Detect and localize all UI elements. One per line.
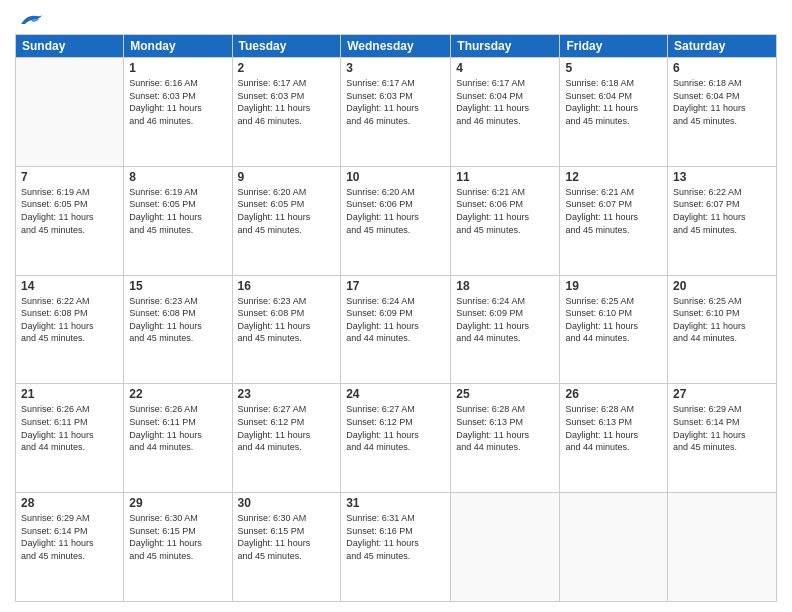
day-info: Sunrise: 6:17 AM Sunset: 6:03 PM Dayligh… bbox=[346, 77, 445, 127]
day-number: 30 bbox=[238, 496, 336, 510]
day-info: Sunrise: 6:19 AM Sunset: 6:05 PM Dayligh… bbox=[129, 186, 226, 236]
calendar-week-row: 1Sunrise: 6:16 AM Sunset: 6:03 PM Daylig… bbox=[16, 58, 777, 167]
day-number: 1 bbox=[129, 61, 226, 75]
logo bbox=[15, 10, 45, 26]
header bbox=[15, 10, 777, 26]
day-number: 20 bbox=[673, 279, 771, 293]
day-number: 12 bbox=[565, 170, 662, 184]
day-header-friday: Friday bbox=[560, 35, 668, 58]
day-number: 28 bbox=[21, 496, 118, 510]
day-number: 3 bbox=[346, 61, 445, 75]
calendar-cell: 29Sunrise: 6:30 AM Sunset: 6:15 PM Dayli… bbox=[124, 493, 232, 602]
day-info: Sunrise: 6:22 AM Sunset: 6:08 PM Dayligh… bbox=[21, 295, 118, 345]
calendar-cell bbox=[16, 58, 124, 167]
calendar-cell bbox=[451, 493, 560, 602]
calendar-cell: 9Sunrise: 6:20 AM Sunset: 6:05 PM Daylig… bbox=[232, 166, 341, 275]
day-info: Sunrise: 6:23 AM Sunset: 6:08 PM Dayligh… bbox=[238, 295, 336, 345]
day-info: Sunrise: 6:18 AM Sunset: 6:04 PM Dayligh… bbox=[673, 77, 771, 127]
day-header-tuesday: Tuesday bbox=[232, 35, 341, 58]
calendar-cell: 23Sunrise: 6:27 AM Sunset: 6:12 PM Dayli… bbox=[232, 384, 341, 493]
day-number: 14 bbox=[21, 279, 118, 293]
calendar-cell: 5Sunrise: 6:18 AM Sunset: 6:04 PM Daylig… bbox=[560, 58, 668, 167]
calendar-page: SundayMondayTuesdayWednesdayThursdayFrid… bbox=[0, 0, 792, 612]
day-info: Sunrise: 6:22 AM Sunset: 6:07 PM Dayligh… bbox=[673, 186, 771, 236]
day-info: Sunrise: 6:29 AM Sunset: 6:14 PM Dayligh… bbox=[21, 512, 118, 562]
calendar-week-row: 7Sunrise: 6:19 AM Sunset: 6:05 PM Daylig… bbox=[16, 166, 777, 275]
day-info: Sunrise: 6:20 AM Sunset: 6:06 PM Dayligh… bbox=[346, 186, 445, 236]
day-number: 18 bbox=[456, 279, 554, 293]
day-info: Sunrise: 6:30 AM Sunset: 6:15 PM Dayligh… bbox=[129, 512, 226, 562]
day-info: Sunrise: 6:30 AM Sunset: 6:15 PM Dayligh… bbox=[238, 512, 336, 562]
day-number: 4 bbox=[456, 61, 554, 75]
calendar-cell: 13Sunrise: 6:22 AM Sunset: 6:07 PM Dayli… bbox=[668, 166, 777, 275]
day-number: 24 bbox=[346, 387, 445, 401]
calendar-cell: 18Sunrise: 6:24 AM Sunset: 6:09 PM Dayli… bbox=[451, 275, 560, 384]
calendar-cell bbox=[668, 493, 777, 602]
day-header-wednesday: Wednesday bbox=[341, 35, 451, 58]
calendar-cell: 4Sunrise: 6:17 AM Sunset: 6:04 PM Daylig… bbox=[451, 58, 560, 167]
day-number: 31 bbox=[346, 496, 445, 510]
day-info: Sunrise: 6:28 AM Sunset: 6:13 PM Dayligh… bbox=[565, 403, 662, 453]
calendar-cell: 25Sunrise: 6:28 AM Sunset: 6:13 PM Dayli… bbox=[451, 384, 560, 493]
day-info: Sunrise: 6:24 AM Sunset: 6:09 PM Dayligh… bbox=[346, 295, 445, 345]
day-info: Sunrise: 6:24 AM Sunset: 6:09 PM Dayligh… bbox=[456, 295, 554, 345]
day-info: Sunrise: 6:27 AM Sunset: 6:12 PM Dayligh… bbox=[238, 403, 336, 453]
calendar-cell: 14Sunrise: 6:22 AM Sunset: 6:08 PM Dayli… bbox=[16, 275, 124, 384]
day-number: 7 bbox=[21, 170, 118, 184]
calendar-cell: 16Sunrise: 6:23 AM Sunset: 6:08 PM Dayli… bbox=[232, 275, 341, 384]
day-info: Sunrise: 6:17 AM Sunset: 6:04 PM Dayligh… bbox=[456, 77, 554, 127]
calendar-cell: 17Sunrise: 6:24 AM Sunset: 6:09 PM Dayli… bbox=[341, 275, 451, 384]
day-number: 8 bbox=[129, 170, 226, 184]
calendar-cell: 31Sunrise: 6:31 AM Sunset: 6:16 PM Dayli… bbox=[341, 493, 451, 602]
day-header-sunday: Sunday bbox=[16, 35, 124, 58]
calendar-cell: 6Sunrise: 6:18 AM Sunset: 6:04 PM Daylig… bbox=[668, 58, 777, 167]
day-number: 26 bbox=[565, 387, 662, 401]
day-info: Sunrise: 6:16 AM Sunset: 6:03 PM Dayligh… bbox=[129, 77, 226, 127]
day-header-monday: Monday bbox=[124, 35, 232, 58]
calendar-table: SundayMondayTuesdayWednesdayThursdayFrid… bbox=[15, 34, 777, 602]
day-number: 17 bbox=[346, 279, 445, 293]
day-number: 11 bbox=[456, 170, 554, 184]
calendar-cell: 22Sunrise: 6:26 AM Sunset: 6:11 PM Dayli… bbox=[124, 384, 232, 493]
day-number: 15 bbox=[129, 279, 226, 293]
day-number: 21 bbox=[21, 387, 118, 401]
day-number: 16 bbox=[238, 279, 336, 293]
day-info: Sunrise: 6:23 AM Sunset: 6:08 PM Dayligh… bbox=[129, 295, 226, 345]
day-info: Sunrise: 6:21 AM Sunset: 6:06 PM Dayligh… bbox=[456, 186, 554, 236]
day-number: 27 bbox=[673, 387, 771, 401]
day-info: Sunrise: 6:25 AM Sunset: 6:10 PM Dayligh… bbox=[673, 295, 771, 345]
calendar-cell bbox=[560, 493, 668, 602]
calendar-cell: 20Sunrise: 6:25 AM Sunset: 6:10 PM Dayli… bbox=[668, 275, 777, 384]
day-info: Sunrise: 6:20 AM Sunset: 6:05 PM Dayligh… bbox=[238, 186, 336, 236]
day-number: 25 bbox=[456, 387, 554, 401]
day-info: Sunrise: 6:25 AM Sunset: 6:10 PM Dayligh… bbox=[565, 295, 662, 345]
day-info: Sunrise: 6:26 AM Sunset: 6:11 PM Dayligh… bbox=[129, 403, 226, 453]
day-number: 6 bbox=[673, 61, 771, 75]
day-number: 29 bbox=[129, 496, 226, 510]
calendar-week-row: 14Sunrise: 6:22 AM Sunset: 6:08 PM Dayli… bbox=[16, 275, 777, 384]
calendar-cell: 2Sunrise: 6:17 AM Sunset: 6:03 PM Daylig… bbox=[232, 58, 341, 167]
day-info: Sunrise: 6:26 AM Sunset: 6:11 PM Dayligh… bbox=[21, 403, 118, 453]
calendar-cell: 11Sunrise: 6:21 AM Sunset: 6:06 PM Dayli… bbox=[451, 166, 560, 275]
day-header-thursday: Thursday bbox=[451, 35, 560, 58]
day-number: 5 bbox=[565, 61, 662, 75]
day-header-saturday: Saturday bbox=[668, 35, 777, 58]
calendar-cell: 15Sunrise: 6:23 AM Sunset: 6:08 PM Dayli… bbox=[124, 275, 232, 384]
calendar-cell: 1Sunrise: 6:16 AM Sunset: 6:03 PM Daylig… bbox=[124, 58, 232, 167]
day-info: Sunrise: 6:29 AM Sunset: 6:14 PM Dayligh… bbox=[673, 403, 771, 453]
calendar-cell: 8Sunrise: 6:19 AM Sunset: 6:05 PM Daylig… bbox=[124, 166, 232, 275]
calendar-cell: 3Sunrise: 6:17 AM Sunset: 6:03 PM Daylig… bbox=[341, 58, 451, 167]
calendar-cell: 19Sunrise: 6:25 AM Sunset: 6:10 PM Dayli… bbox=[560, 275, 668, 384]
calendar-cell: 10Sunrise: 6:20 AM Sunset: 6:06 PM Dayli… bbox=[341, 166, 451, 275]
day-number: 9 bbox=[238, 170, 336, 184]
calendar-week-row: 28Sunrise: 6:29 AM Sunset: 6:14 PM Dayli… bbox=[16, 493, 777, 602]
logo-bird-icon bbox=[17, 10, 45, 30]
day-info: Sunrise: 6:19 AM Sunset: 6:05 PM Dayligh… bbox=[21, 186, 118, 236]
day-number: 2 bbox=[238, 61, 336, 75]
calendar-week-row: 21Sunrise: 6:26 AM Sunset: 6:11 PM Dayli… bbox=[16, 384, 777, 493]
day-number: 19 bbox=[565, 279, 662, 293]
calendar-cell: 28Sunrise: 6:29 AM Sunset: 6:14 PM Dayli… bbox=[16, 493, 124, 602]
calendar-cell: 12Sunrise: 6:21 AM Sunset: 6:07 PM Dayli… bbox=[560, 166, 668, 275]
day-number: 13 bbox=[673, 170, 771, 184]
day-number: 23 bbox=[238, 387, 336, 401]
